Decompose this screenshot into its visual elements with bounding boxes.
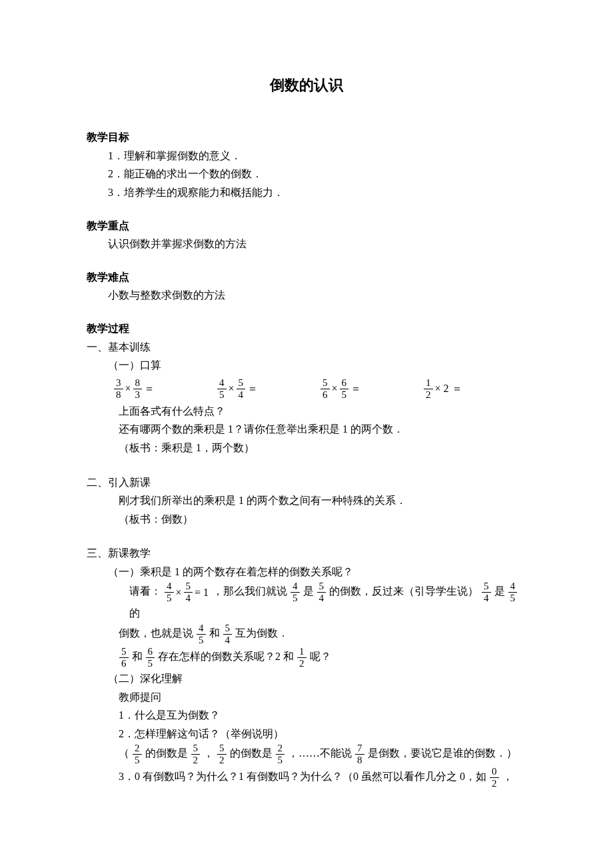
body-text: 请看： 45×54= 1 ，那么我们就说 45 是 54 的倒数，反过来（引导学… — [87, 581, 526, 603]
question-text: 上面各式有什么特点？ — [87, 403, 526, 420]
board-note: （板书：倒数） — [87, 511, 526, 528]
keypoint-heading: 教学重点 — [87, 217, 526, 235]
difficulty-block: 教学难点 小数与整数求倒数的方法 — [87, 269, 526, 304]
question-text: 还有哪两个数的乘积是 1？请你任意举出乘积是 1 的两个数． — [87, 421, 526, 438]
objective-item: 1．理解和掌握倒数的意义． — [87, 147, 526, 165]
objective-item: 3．培养学生的观察能力和概括能力． — [87, 184, 526, 201]
question-text: 3．0 有倒数吗？为什么？1 有倒数吗？为什么？（0 虽然可以看作几分之 0，如… — [87, 767, 526, 789]
subsection-title: （二）深化理解 — [87, 670, 526, 687]
objective-item: 2．能正确的求出一个数的倒数． — [87, 165, 526, 183]
example-text: （ 25 的倒数是 52 ， 52 的倒数是 25 ，……不能说 78 是倒数，… — [87, 743, 526, 765]
body-text: 倒数，也就是说 45 和 54 互为倒数． — [87, 623, 526, 645]
section-title: 三、新课教学 — [87, 545, 526, 562]
board-note: （板书：乘积是 1，两个数） — [87, 439, 526, 457]
section-title: 二、引入新课 — [87, 474, 526, 491]
body-text: 56 和 65 存在怎样的倒数关系呢？2 和 12 呢？ — [87, 647, 526, 669]
subsection-title: （一）口算 — [87, 357, 526, 374]
document-page: 倒数的认识 教学目标 1．理解和掌握倒数的意义． 2．能正确的求出一个数的倒数．… — [0, 0, 613, 845]
body-text: 的 — [87, 605, 526, 622]
section-title: 一、基本训练 — [87, 339, 526, 356]
expression: 45×54＝ — [217, 378, 320, 400]
objectives-heading: 教学目标 — [87, 129, 526, 146]
body-text: 刚才我们所举出的乘积是 1 的两个数之间有一种特殊的关系． — [87, 492, 526, 509]
document-title: 倒数的认识 — [87, 73, 526, 97]
keypoint-block: 教学重点 认识倒数并掌握求倒数的方法 — [87, 217, 526, 253]
body-text: 教师提问 — [87, 689, 526, 706]
question-text: 1．什么是互为倒数？ — [87, 707, 526, 724]
expression: 38×83＝ — [113, 378, 217, 400]
keypoint-text: 认识倒数并掌握求倒数的方法 — [87, 235, 526, 253]
objectives-block: 教学目标 1．理解和掌握倒数的意义． 2．能正确的求出一个数的倒数． 3．培养学… — [87, 129, 526, 201]
process-heading: 教学过程 — [87, 320, 526, 337]
expression: 56×65＝ — [320, 378, 423, 400]
expression: 12×2＝ — [423, 378, 526, 400]
process-block: 教学过程 一、基本训练 （一）口算 38×83＝ 45×54＝ 56×65＝ 1… — [87, 320, 526, 789]
question-text: 2．怎样理解这句话？（举例说明） — [87, 725, 526, 743]
subsection-title: （一）乘积是 1 的两个数存在着怎样的倒数关系呢？ — [87, 563, 526, 581]
difficulty-heading: 教学难点 — [87, 269, 526, 286]
expression-row: 38×83＝ 45×54＝ 56×65＝ 12×2＝ — [87, 378, 526, 400]
difficulty-text: 小数与整数求倒数的方法 — [87, 287, 526, 304]
